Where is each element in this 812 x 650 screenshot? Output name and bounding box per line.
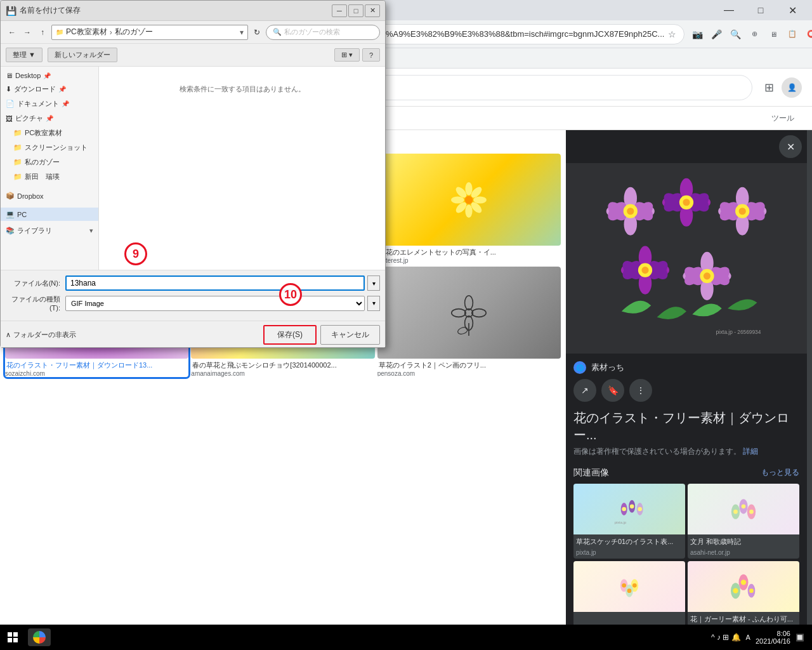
dialog-address-bar: ← → ↑ 📁 PC教室素材 › 私のガゾー ▾ ↻ 🔍 私のガゾーの検索 — [1, 21, 385, 44]
svg-point-17 — [466, 204, 473, 218]
nav-dropbox[interactable]: 📦 Dropbox — [1, 189, 98, 202]
dialog-titlebar: 💾 名前を付けて保存 ─ □ ✕ — [1, 1, 385, 21]
taskbar-chrome-icon[interactable] — [28, 628, 51, 646]
user-avatar[interactable]: 👤 — [782, 77, 802, 98]
library-dropdown-icon[interactable]: ▾ — [89, 227, 93, 235]
nav-documents[interactable]: 📄 ドキュメント 📌 — [1, 96, 98, 111]
toggle-folders[interactable]: ∧ フォルダーの非表示 — [6, 330, 76, 340]
source-row: 🌐 素材っち — [573, 361, 799, 374]
filetype-select[interactable]: GIF Image — [65, 296, 365, 311]
filetype-label: ファイルの種類(T): — [6, 295, 63, 312]
filename-dropdown[interactable]: ▾ — [367, 275, 380, 291]
ext3-icon[interactable]: 📋 — [783, 25, 801, 43]
start-button[interactable] — [0, 625, 25, 650]
action-row: ↗ 🔖 ⋮ — [573, 379, 799, 402]
related-text-2: 文月 和歌歳時記 — [688, 534, 799, 549]
svg-point-40 — [472, 308, 486, 317]
ext2-icon[interactable]: 🖥 — [764, 25, 782, 43]
ext4-icon[interactable]: ⭕ — [802, 25, 812, 43]
related-more-link[interactable]: もっと見る — [761, 467, 799, 479]
mic-ext-icon[interactable]: 🎤 — [707, 25, 725, 43]
nav-screenshot[interactable]: 📁 スクリーンショット — [1, 140, 98, 155]
empty-message: 検索条件に一致する項目はありません。 — [104, 72, 380, 107]
dialog-form-area: ファイル名(N): ▾ ファイルの種類(T): GIF Image ▾ — [1, 270, 385, 321]
nav-library[interactable]: 📚 ライブラリ ▾ — [1, 223, 98, 238]
nav-desktop[interactable]: 🖥 Desktop 📌 — [1, 69, 98, 82]
grid-item-3[interactable]: 草花のエレメントセットの写真・イ... pinterest.jp — [377, 154, 561, 264]
help-button[interactable]: ? — [362, 48, 380, 62]
scrollbar[interactable] — [807, 130, 812, 650]
svg-point-19 — [474, 196, 487, 203]
svg-point-121 — [749, 588, 754, 593]
dialog-refresh[interactable]: ↻ — [251, 26, 263, 39]
dialog-window-buttons: ─ □ ✕ — [332, 4, 380, 17]
source-3: pinterest.jp — [377, 257, 561, 264]
search-ext-icon[interactable]: 🔍 — [726, 25, 744, 43]
bookmark-button[interactable]: 🔖 — [601, 379, 624, 402]
dialog-minimize[interactable]: ─ — [332, 4, 347, 17]
pin-icon-desktop: 📌 — [43, 72, 51, 79]
windows-icon — [8, 632, 18, 642]
notification-icon[interactable]: 🔲 — [796, 633, 804, 642]
step-10-circle: 10 — [279, 283, 302, 306]
caption-5: 春の草花と飛ぶモンシロチョウ[3201400002... — [191, 359, 374, 370]
camera-ext-icon[interactable]: 📷 — [688, 25, 706, 43]
dialog-maximize[interactable]: □ — [348, 4, 363, 17]
related-text-1: 草花スケッチ01のイラスト表... — [573, 534, 685, 549]
path-dropdown-icon[interactable]: ▾ — [240, 28, 244, 37]
organize-button[interactable]: 整理 ▼ — [6, 48, 43, 62]
related-item-1[interactable]: pixta.jp 草花スケッチ01のイラスト表... pixta.jp — [573, 484, 685, 559]
taskbar-time: 8:06 2021/04/16 — [756, 630, 790, 645]
close-panel-button[interactable]: ✕ — [779, 135, 802, 158]
dialog-toolbar: 整理 ▼ 新しいフォルダー ⊞ ▾ ? — [1, 44, 385, 67]
pin-icon-documents: 📌 — [62, 100, 69, 107]
dialog-path[interactable]: 📁 PC教室素材 › 私のガゾー ▾ — [51, 25, 248, 40]
apps-icon[interactable]: ⊞ — [760, 79, 778, 96]
dialog-overlay: 💾 名前を付けて保存 ─ □ ✕ ← → ↑ 📁 PC教室素材 › 私のガゾー … — [0, 0, 390, 330]
dialog-close[interactable]: ✕ — [365, 4, 380, 17]
view-toggle[interactable]: ⊞ ▾ — [334, 48, 360, 62]
nav-pc-school[interactable]: 📁 PC教室素材 — [1, 126, 98, 140]
filename-input[interactable] — [65, 275, 365, 291]
details-link[interactable]: 詳細 — [743, 447, 758, 456]
more-button[interactable]: ⋮ — [629, 379, 652, 402]
ext1-icon[interactable]: ⊕ — [745, 25, 763, 43]
taskbar-right: ^ ♪ ⊞ 🔔 A 8:06 2021/04/16 🔲 — [711, 630, 812, 645]
pin-icon-pictures: 📌 — [46, 115, 53, 122]
tools-btn[interactable]: ツール — [764, 108, 802, 129]
grid-item-6[interactable]: 草花のイラスト2｜ペン画のフリ... pensoza.com — [377, 267, 561, 377]
nav-my-photos[interactable]: 📁 私のガゾー — [1, 155, 98, 169]
dialog-back[interactable]: ← — [6, 26, 18, 39]
path-part-2: 私のガゾー — [115, 27, 153, 37]
taskbar-notification: A — [746, 633, 750, 641]
nav-nitta[interactable]: 📁 新田 瑞瑛 — [1, 169, 98, 184]
main-flower-svg: pixta.jp - 26569934 — [598, 176, 775, 341]
related-title-row: 関連画像 もっと見る — [573, 467, 799, 479]
panel-subtitle: 画像は著作権で保護されている場合があります。 詳細 — [573, 446, 799, 457]
filetype-dropdown[interactable]: ▾ — [367, 296, 380, 311]
star-icon[interactable]: ☆ — [668, 29, 676, 39]
cancel-button[interactable]: キャンセル — [320, 325, 380, 345]
nav-downloads[interactable]: ⬇ ダウンロード 📌 — [1, 82, 98, 96]
dialog-search[interactable]: 🔍 私のガゾーの検索 — [266, 25, 380, 40]
related-item-3[interactable] — [573, 561, 685, 627]
share-button[interactable]: ↗ — [573, 379, 596, 402]
close-icon[interactable]: ✕ — [778, 0, 807, 20]
extension-area: 📷 🎤 🔍 ⊕ 🖥 📋 ⭕ 🅶 🔵 New ⭐ 🔷 🧩 👤 ⋮ — [688, 25, 812, 43]
header-toolbar: ⊞ 👤 — [760, 77, 802, 98]
taskbar-icons: ^ ♪ ⊞ 🔔 — [711, 633, 741, 642]
nav-pc[interactable]: 💻 PC — [1, 208, 98, 221]
minimize-icon[interactable]: — — [714, 0, 743, 20]
save-dialog: 💾 名前を付けて保存 ─ □ ✕ ← → ↑ 📁 PC教室素材 › 私のガゾー … — [0, 0, 386, 348]
maximize-icon[interactable]: □ — [746, 0, 775, 20]
new-folder-button[interactable]: 新しいフォルダー — [48, 48, 117, 62]
dialog-forward[interactable]: → — [21, 26, 34, 39]
related-item-4[interactable]: 花｜ガーリー素材 - ふんわり可... — [688, 561, 799, 627]
dialog-up[interactable]: ↑ — [36, 26, 49, 39]
svg-point-113 — [622, 583, 626, 588]
related-item-2[interactable]: 文月 和歌歳時記 asahi-net.or.jp — [688, 484, 799, 559]
nav-pictures[interactable]: 🖼 ピクチャ 📌 — [1, 111, 98, 126]
step-9-circle: 9 — [124, 242, 147, 265]
save-button[interactable]: 保存(S) — [263, 325, 317, 345]
taskbar: ^ ♪ ⊞ 🔔 A 8:06 2021/04/16 🔲 — [0, 625, 812, 650]
